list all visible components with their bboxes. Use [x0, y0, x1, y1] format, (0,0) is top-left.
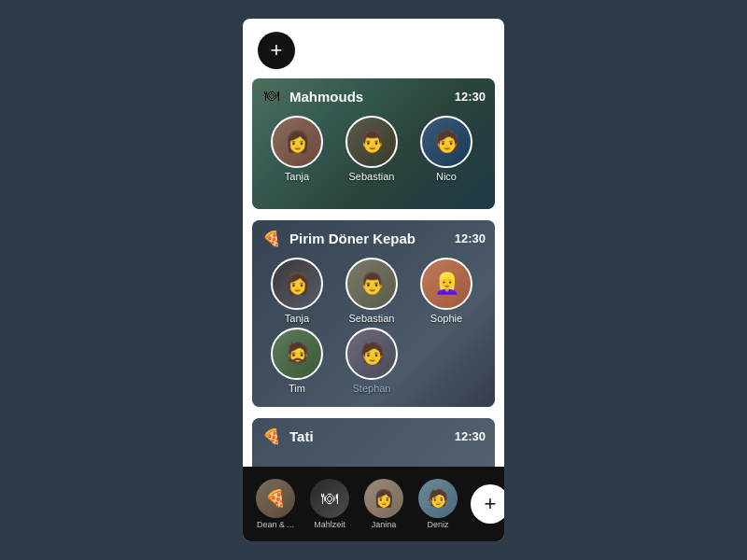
person-avatar: 👱‍♀️ — [420, 258, 472, 310]
card-header: 🍽Mahmouds12:30 — [252, 78, 495, 112]
people-list: 👩Tanja👨Sebastian🧑Nico — [252, 112, 495, 195]
person-sebastian[interactable]: 👨Sebastian — [334, 258, 409, 324]
person-stephan[interactable]: 🧑Stephan — [334, 328, 409, 394]
card-header: 🍕Pirim Döner Kepab12:30 — [252, 220, 495, 254]
person-avatar: 👨 — [345, 116, 398, 168]
bar-label: Janina — [359, 520, 408, 529]
person-avatar: 👩 — [271, 258, 323, 310]
restaurant-card-tati[interactable]: 🍕Tati12:30 — [252, 418, 495, 467]
add-event-button[interactable]: + — [258, 32, 295, 69]
person-avatar: 🧔 — [271, 328, 323, 380]
bar-avatar: 🧑 — [418, 479, 458, 518]
person-name: Nico — [436, 171, 457, 182]
restaurant-name: Mahmouds — [289, 89, 455, 105]
person-avatar: 🧑 — [420, 116, 472, 168]
bar-item-dean[interactable]: 🍕Dean & ... — [250, 479, 301, 529]
app-container: + 🍽Mahmouds12:30👩Tanja👨Sebastian🧑Nico🍕Pi… — [243, 19, 504, 541]
restaurant-card-pirim[interactable]: 🍕Pirim Döner Kepab12:30👩Tanja👨Sebastian👱… — [252, 220, 495, 407]
bar-avatar: 🍽 — [310, 479, 349, 518]
add-button-wrapper: + — [243, 19, 504, 78]
plus-icon: + — [271, 40, 283, 61]
people-list: 👩Tanja👨Sebastian👱‍♀️Sophie🧔Tim🧑Stephan — [252, 254, 495, 407]
bar-label: Dean & ... — [251, 520, 300, 529]
bar-items: 🍕Dean & ...🍽Mahlzeit👩Janina🧑Deniz+ — [250, 479, 504, 529]
bottom-bar: 🍕Dean & ...🍽Mahlzeit👩Janina🧑Deniz+ — [243, 467, 504, 541]
bar-add-button[interactable]: + — [471, 484, 504, 524]
bar-item-mahlzeit[interactable]: 🍽Mahlzeit — [304, 479, 355, 529]
card-header: 🍕Tati12:30 — [252, 418, 495, 452]
person-name: Tim — [289, 383, 305, 394]
person-tanja[interactable]: 👩Tanja — [260, 258, 334, 324]
bar-item-deniz[interactable]: 🧑Deniz — [413, 479, 463, 529]
restaurant-icon: 🍽 — [261, 86, 282, 106]
bar-label: Mahlzeit — [305, 520, 354, 529]
cards-container: 🍽Mahmouds12:30👩Tanja👨Sebastian🧑Nico🍕Piri… — [243, 78, 504, 467]
person-sebastian[interactable]: 👨Sebastian — [334, 116, 409, 182]
restaurant-time: 12:30 — [455, 90, 486, 104]
scroll-area: + 🍽Mahmouds12:30👩Tanja👨Sebastian🧑Nico🍕Pi… — [243, 19, 504, 467]
restaurant-time: 12:30 — [455, 429, 486, 443]
person-avatar: 🧑 — [345, 328, 398, 380]
person-sophie[interactable]: 👱‍♀️Sophie — [409, 258, 484, 324]
restaurant-icon: 🍕 — [261, 426, 282, 446]
person-avatar: 👨 — [345, 258, 398, 310]
restaurant-time: 12:30 — [455, 231, 486, 245]
person-tim[interactable]: 🧔Tim — [260, 328, 334, 394]
bar-item-janina[interactable]: 👩Janina — [359, 479, 409, 529]
restaurant-card-mahmouds[interactable]: 🍽Mahmouds12:30👩Tanja👨Sebastian🧑Nico — [252, 78, 495, 209]
restaurant-name: Tati — [289, 428, 455, 444]
restaurant-name: Pirim Döner Kepab — [289, 231, 455, 246]
person-name: Stephan — [353, 383, 391, 394]
bar-label: Deniz — [414, 520, 462, 529]
person-name: Tanja — [285, 313, 309, 324]
person-tanja[interactable]: 👩Tanja — [260, 116, 334, 182]
bar-avatar: 🍕 — [256, 479, 295, 518]
bar-add-wrapper: + — [469, 484, 504, 524]
person-name: Tanja — [285, 171, 309, 182]
person-name: Sebastian — [349, 171, 395, 182]
person-avatar: 👩 — [271, 116, 323, 168]
bar-avatar: 👩 — [364, 479, 403, 518]
restaurant-icon: 🍕 — [261, 228, 282, 248]
person-nico[interactable]: 🧑Nico — [409, 116, 484, 182]
person-name: Sebastian — [349, 313, 395, 324]
person-name: Sophie — [430, 313, 462, 324]
